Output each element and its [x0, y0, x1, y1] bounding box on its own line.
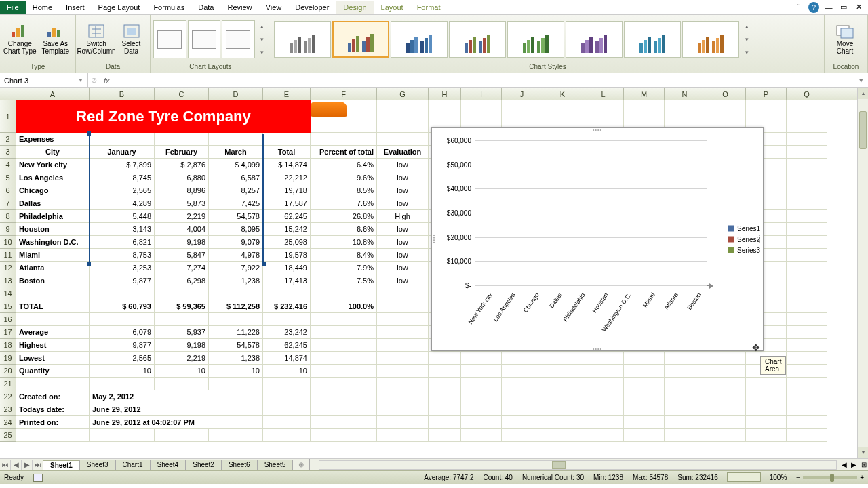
cell[interactable]: 10.8%	[311, 236, 377, 249]
cell[interactable]	[665, 403, 705, 416]
minimize-ribbon-icon[interactable]: ˇ	[793, 2, 804, 13]
cell[interactable]	[311, 429, 377, 442]
cell[interactable]	[461, 365, 502, 378]
cell[interactable]	[787, 133, 827, 146]
cell[interactable]	[787, 249, 827, 262]
column-header[interactable]: A	[16, 88, 90, 100]
cell[interactable]	[155, 429, 209, 442]
cell[interactable]	[461, 378, 502, 390]
cell[interactable]	[429, 390, 461, 403]
cell[interactable]	[787, 339, 827, 352]
cell[interactable]	[209, 313, 263, 326]
tab-insert[interactable]: Insert	[59, 1, 92, 14]
cell[interactable]: 19,578	[263, 249, 311, 262]
cell[interactable]	[624, 416, 665, 429]
cell[interactable]: $ 232,416	[263, 300, 311, 313]
cell[interactable]	[90, 429, 155, 442]
cell[interactable]	[787, 197, 827, 210]
cell[interactable]	[665, 429, 705, 442]
cell[interactable]	[787, 416, 827, 429]
column-header[interactable]: D	[209, 88, 263, 100]
cell[interactable]	[502, 352, 542, 365]
cell[interactable]: Printed on:	[16, 416, 90, 429]
row-header[interactable]: 10	[0, 236, 16, 249]
cell[interactable]: TOTAL	[16, 300, 90, 313]
cell[interactable]	[429, 352, 461, 365]
zoom-slider[interactable]: − +	[796, 474, 864, 481]
column-header[interactable]: B	[90, 88, 155, 100]
cell[interactable]: May 2, 2012	[90, 390, 263, 403]
cell[interactable]: Boston	[16, 274, 90, 287]
sheet-tab[interactable]: Chart1	[115, 460, 151, 470]
cell[interactable]	[542, 416, 583, 429]
cell[interactable]	[461, 352, 502, 365]
cell[interactable]: 6,298	[155, 274, 209, 287]
cell[interactable]: Chicago	[16, 184, 90, 197]
cell[interactable]	[377, 326, 429, 339]
cell[interactable]: 10	[155, 365, 209, 378]
cell[interactable]	[311, 339, 377, 352]
cell[interactable]	[705, 403, 746, 416]
cell[interactable]	[377, 416, 429, 429]
cell[interactable]	[787, 287, 827, 300]
cell[interactable]	[155, 313, 209, 326]
cell[interactable]	[502, 416, 542, 429]
cell[interactable]: 9,198	[155, 236, 209, 249]
cell[interactable]	[263, 133, 311, 146]
macro-record-icon[interactable]	[33, 474, 43, 482]
cell[interactable]	[502, 429, 542, 442]
cell[interactable]: Expenses	[16, 133, 90, 146]
vertical-scrollbar[interactable]: ▴ ▾	[857, 88, 868, 458]
sheet-tab[interactable]: Sheet6	[221, 460, 258, 470]
cell[interactable]	[665, 416, 705, 429]
cell[interactable]	[155, 287, 209, 300]
chart-layout-option[interactable]	[153, 20, 186, 58]
cell[interactable]: 17,413	[263, 274, 311, 287]
row-header[interactable]: 23	[0, 403, 16, 416]
cell[interactable]: 2,565	[90, 184, 155, 197]
cell[interactable]	[705, 429, 746, 442]
column-header[interactable]: N	[665, 88, 705, 100]
cell[interactable]	[263, 416, 311, 429]
cell[interactable]	[787, 274, 827, 287]
cell[interactable]: Highest	[16, 339, 90, 352]
cell[interactable]: 8.5%	[311, 184, 377, 197]
cell[interactable]	[461, 416, 502, 429]
cell[interactable]	[16, 287, 90, 300]
cell[interactable]	[311, 326, 377, 339]
cell[interactable]	[377, 390, 429, 403]
cell[interactable]: Total	[263, 146, 311, 159]
cell[interactable]	[429, 378, 461, 390]
cell[interactable]	[502, 365, 542, 378]
sheet-tab[interactable]: Sheet2	[185, 460, 222, 470]
cell[interactable]	[16, 378, 90, 390]
cell[interactable]: 8,095	[209, 223, 263, 236]
cell[interactable]	[787, 378, 827, 390]
row-header[interactable]: 9	[0, 223, 16, 236]
cell[interactable]: 25,098	[263, 236, 311, 249]
row-header[interactable]: 25	[0, 429, 16, 442]
cell[interactable]	[377, 429, 429, 442]
cell[interactable]	[787, 403, 827, 416]
cell[interactable]	[16, 429, 90, 442]
tab-home[interactable]: Home	[26, 1, 59, 14]
cell[interactable]: 2,219	[155, 352, 209, 365]
chart-style-option[interactable]	[624, 21, 681, 58]
cell[interactable]: low	[377, 236, 429, 249]
cell[interactable]	[705, 416, 746, 429]
cell[interactable]: Quantity	[16, 365, 90, 378]
cell[interactable]: Philadelphia	[16, 210, 90, 223]
cell[interactable]	[263, 287, 311, 300]
tab-page-layout[interactable]: Page Layout	[92, 1, 147, 14]
cell[interactable]: June 29, 2012 at 04:02:07 PM	[90, 416, 263, 429]
cell[interactable]	[377, 313, 429, 326]
cell[interactable]	[787, 146, 827, 159]
tab-formulas[interactable]: Formulas	[146, 1, 191, 14]
cell[interactable]: 9,198	[155, 339, 209, 352]
cell[interactable]	[746, 429, 787, 442]
chart-layout-option[interactable]	[188, 20, 221, 58]
more-styles-icon[interactable]: ▴▾▾	[741, 20, 753, 58]
cell[interactable]: 9.6%	[311, 171, 377, 184]
cell[interactable]: Average	[16, 326, 90, 339]
cell[interactable]	[746, 390, 787, 403]
